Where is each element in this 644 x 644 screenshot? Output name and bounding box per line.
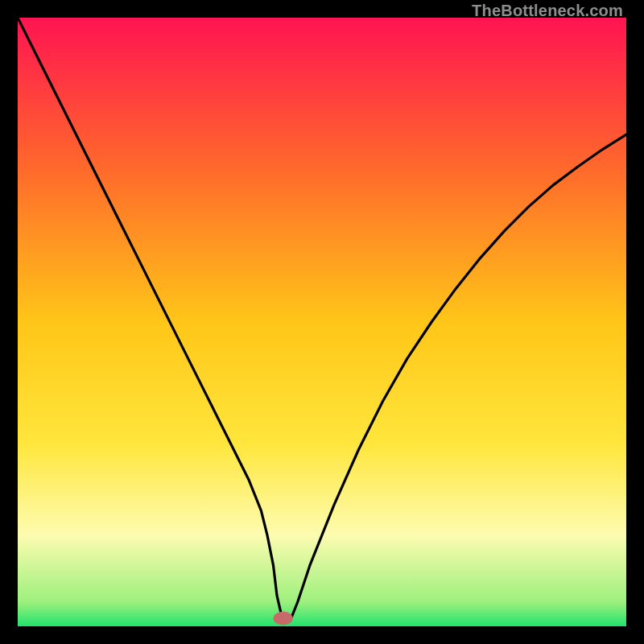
selected-point-marker [274,612,293,625]
plot-area [18,18,626,626]
chart-svg [18,18,626,626]
chart-frame: TheBottleneck.com [0,0,644,644]
watermark-text: TheBottleneck.com [472,2,623,20]
